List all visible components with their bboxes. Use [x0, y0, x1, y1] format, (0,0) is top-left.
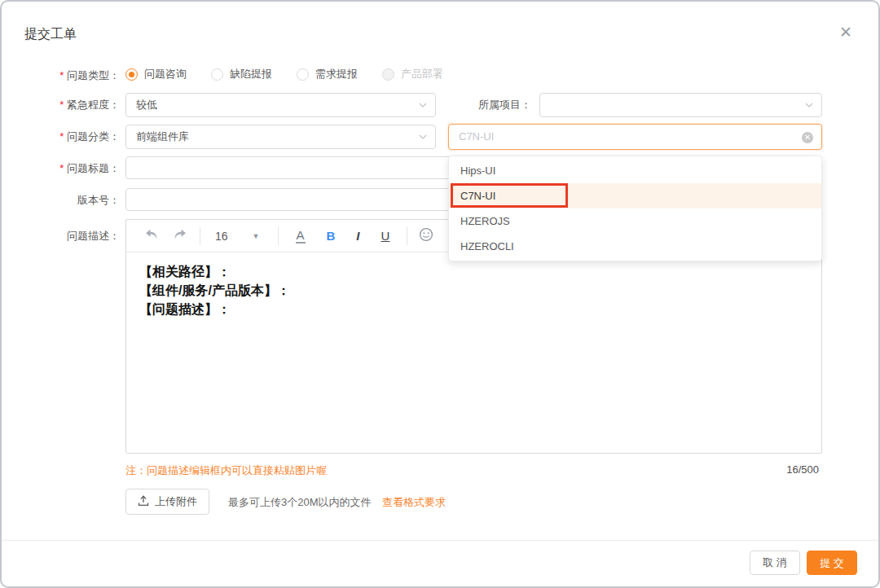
issue-type-radio-group: 问题咨询 缺陷提报 需求提报 产品部署	[125, 65, 443, 83]
radio-requirement-report[interactable]: 需求提报	[297, 65, 358, 83]
toolbar-divider	[407, 227, 407, 245]
font-size-selector[interactable]: 16	[215, 230, 228, 243]
submit-ticket-dialog: 提交工单 ✕ 问题类型： 问题咨询 缺陷提报 需求提报 产品部署 紧急程度： 较…	[0, 0, 880, 588]
radio-label: 缺陷提报	[230, 65, 272, 83]
editor-content[interactable]: 【相关路径】： 【组件/服务/产品版本】： 【问题描述】：	[126, 252, 821, 328]
radio-product-deploy-disabled: 产品部署	[382, 65, 443, 83]
radio-label: 问题咨询	[144, 65, 187, 83]
category-value: 前端组件库	[136, 130, 189, 143]
version-label: 版本号：	[2, 191, 120, 209]
radio-label: 需求提报	[315, 65, 358, 83]
close-icon[interactable]: ✕	[839, 24, 852, 40]
font-size-caret-icon[interactable]: ▼	[253, 232, 260, 240]
category-label: 问题分类：	[2, 128, 120, 146]
footer-divider	[2, 540, 878, 541]
submit-button[interactable]: 提 交	[807, 551, 857, 575]
editor-line: 【组件/服务/产品版本】：	[139, 281, 808, 300]
font-color-button[interactable]: A	[296, 228, 306, 244]
underline-button[interactable]: U	[381, 229, 390, 243]
upload-button-label: 上传附件	[155, 494, 197, 509]
dialog-title: 提交工单	[24, 26, 77, 43]
toolbar-divider	[200, 227, 200, 245]
radio-issue-consult[interactable]: 问题咨询	[125, 65, 187, 83]
description-label: 问题描述：	[2, 227, 120, 245]
dropdown-option-c7n-ui[interactable]: C7N-UI	[449, 183, 821, 208]
search-placeholder: C7N-UI	[459, 130, 494, 143]
chevron-down-icon	[418, 132, 428, 142]
radio-icon	[211, 68, 223, 81]
category-select[interactable]: 前端组件库	[125, 125, 436, 149]
dropdown-option-hzerojs[interactable]: HZEROJS	[449, 208, 821, 234]
upload-attachment-button[interactable]: 上传附件	[125, 489, 209, 515]
undo-icon[interactable]	[138, 229, 165, 244]
bold-button[interactable]: B	[327, 229, 336, 243]
emoji-icon[interactable]	[419, 227, 433, 245]
upload-icon	[138, 495, 149, 509]
urgency-value: 较低	[136, 99, 157, 111]
redo-icon[interactable]	[165, 229, 193, 244]
paste-image-note: 注：问题描述编辑框内可以直接粘贴图片喔	[125, 463, 327, 478]
cancel-button[interactable]: 取 消	[750, 551, 800, 575]
project-label: 所属项目：	[413, 96, 531, 114]
radio-selected-icon	[125, 68, 138, 81]
radio-label: 产品部署	[401, 65, 443, 83]
editor-line: 【问题描述】：	[139, 300, 808, 318]
italic-button[interactable]: I	[356, 229, 359, 243]
chevron-down-icon	[804, 100, 814, 110]
char-counter: 16/500	[786, 463, 819, 476]
toolbar-divider	[278, 227, 279, 245]
upload-hint: 最多可上传3个20M以内的文件	[228, 495, 372, 510]
radio-defect-report[interactable]: 缺陷提报	[211, 65, 272, 83]
format-requirements-link[interactable]: 查看格式要求	[382, 495, 446, 510]
editor-line: 【相关路径】：	[139, 262, 808, 281]
dropdown-option-hzerocli[interactable]: HZEROCLI	[449, 234, 821, 259]
dropdown-option-hips-ui[interactable]: Hips-UI	[449, 158, 821, 183]
radio-disabled-icon	[382, 68, 394, 81]
project-select[interactable]	[539, 93, 822, 117]
project-dropdown-list: Hips-UI C7N-UI HZEROJS HZEROCLI	[448, 156, 822, 261]
project-search-input[interactable]: C7N-UI ✕	[448, 124, 822, 150]
urgency-select[interactable]: 较低	[125, 93, 436, 117]
clear-icon[interactable]: ✕	[802, 132, 813, 143]
title-label: 问题标题：	[2, 160, 120, 178]
radio-icon	[297, 68, 309, 81]
urgency-label: 紧急程度：	[2, 96, 120, 114]
issue-type-label: 问题类型：	[2, 67, 120, 85]
